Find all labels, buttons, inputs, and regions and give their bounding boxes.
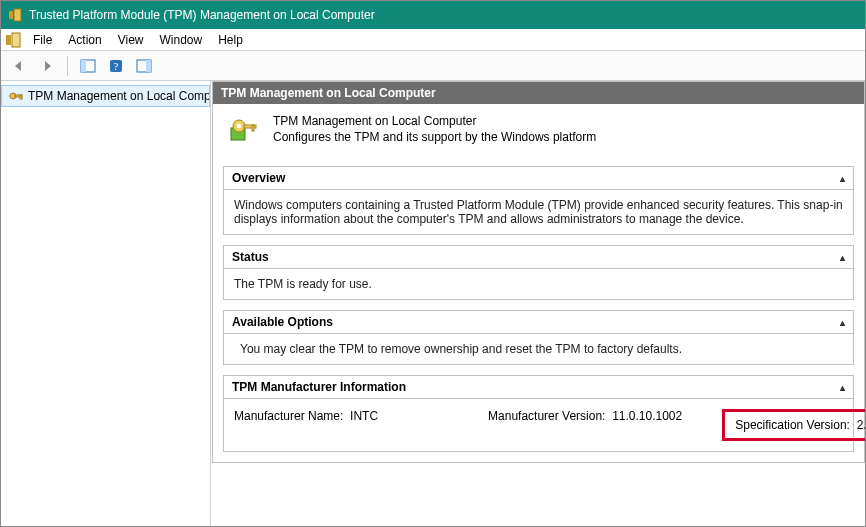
manufacturer-version: Manufacturer Version: 11.0.10.1002 bbox=[488, 409, 682, 441]
nav-forward-button[interactable] bbox=[35, 54, 59, 78]
tree-item-label: TPM Management on Local Compu bbox=[28, 89, 210, 103]
panel-status-title: Status bbox=[232, 250, 269, 264]
svg-rect-12 bbox=[20, 95, 22, 99]
intro-line2: Configures the TPM and its support by th… bbox=[273, 130, 596, 144]
specification-version: Specification Version: 2.0 bbox=[735, 418, 865, 432]
console-tree-pane: TPM Management on Local Compu bbox=[1, 81, 211, 526]
menu-help[interactable]: Help bbox=[210, 31, 251, 49]
toolbar: ? bbox=[1, 51, 865, 81]
workspace: TPM Management on Local Compu TPM Manage… bbox=[1, 81, 865, 526]
app-icon bbox=[7, 7, 23, 23]
panel-status-header[interactable]: Status ▴ bbox=[224, 246, 853, 269]
intro-line1: TPM Management on Local Computer bbox=[273, 114, 596, 128]
menu-action[interactable]: Action bbox=[60, 31, 109, 49]
panel-overview: Overview ▴ Windows computers containing … bbox=[223, 166, 854, 235]
svg-rect-2 bbox=[6, 35, 11, 45]
tree-item-tpm-management[interactable]: TPM Management on Local Compu bbox=[1, 85, 210, 107]
manufacturer-row: Manufacturer Name: INTC Manufacturer Ver… bbox=[224, 399, 853, 451]
svg-rect-9 bbox=[146, 60, 151, 72]
menu-window[interactable]: Window bbox=[152, 31, 211, 49]
menu-file[interactable]: File bbox=[25, 31, 60, 49]
svg-rect-3 bbox=[12, 33, 20, 47]
svg-rect-17 bbox=[252, 125, 254, 131]
content-title: TPM Management on Local Computer bbox=[213, 82, 864, 104]
panel-options: Available Options ▴ You may clear the TP… bbox=[223, 310, 854, 365]
svg-text:?: ? bbox=[114, 60, 119, 72]
panel-overview-header[interactable]: Overview ▴ bbox=[224, 167, 853, 190]
specification-version-label: Specification Version: bbox=[735, 418, 850, 432]
intro-block: TPM Management on Local Computer Configu… bbox=[213, 104, 864, 160]
window-title: Trusted Platform Module (TPM) Management… bbox=[29, 8, 375, 22]
show-hide-action-pane-button[interactable] bbox=[132, 54, 156, 78]
panel-manufacturer-title: TPM Manufacturer Information bbox=[232, 380, 406, 394]
menu-view[interactable]: View bbox=[110, 31, 152, 49]
console-icon bbox=[5, 32, 21, 48]
collapse-caret-icon: ▴ bbox=[840, 173, 845, 184]
manufacturer-name-label: Manufacturer Name: bbox=[234, 409, 343, 423]
svg-rect-0 bbox=[9, 11, 13, 19]
help-button[interactable]: ? bbox=[104, 54, 128, 78]
panel-manufacturer-header[interactable]: TPM Manufacturer Information ▴ bbox=[224, 376, 853, 399]
panel-overview-body: Windows computers containing a Trusted P… bbox=[224, 190, 853, 234]
panel-options-header[interactable]: Available Options ▴ bbox=[224, 311, 853, 334]
svg-rect-5 bbox=[81, 60, 86, 72]
panel-manufacturer: TPM Manufacturer Information ▴ Manufactu… bbox=[223, 375, 854, 452]
key-icon bbox=[8, 88, 24, 104]
panel-status-body: The TPM is ready for use. bbox=[224, 269, 853, 299]
collapse-caret-icon: ▴ bbox=[840, 382, 845, 393]
show-hide-tree-button[interactable] bbox=[76, 54, 100, 78]
menubar: File Action View Window Help bbox=[1, 29, 865, 51]
manufacturer-version-label: Manufacturer Version: bbox=[488, 409, 605, 423]
collapse-caret-icon: ▴ bbox=[840, 317, 845, 328]
key-chip-icon bbox=[227, 114, 259, 146]
specification-version-value: 2.0 bbox=[857, 418, 865, 432]
specification-version-highlight: Specification Version: 2.0 bbox=[722, 409, 865, 441]
manufacturer-version-value: 11.0.10.1002 bbox=[612, 409, 682, 423]
manufacturer-name: Manufacturer Name: INTC bbox=[234, 409, 378, 441]
manufacturer-name-value: INTC bbox=[350, 409, 378, 423]
toolbar-separator bbox=[67, 56, 68, 76]
window-titlebar: Trusted Platform Module (TPM) Management… bbox=[1, 1, 865, 29]
collapse-caret-icon: ▴ bbox=[840, 252, 845, 263]
panel-status: Status ▴ The TPM is ready for use. bbox=[223, 245, 854, 300]
content-pane: TPM Management on Local Computer TPM Man… bbox=[211, 81, 865, 526]
svg-rect-1 bbox=[14, 9, 21, 21]
svg-point-15 bbox=[237, 124, 242, 129]
panel-overview-title: Overview bbox=[232, 171, 285, 185]
nav-back-button[interactable] bbox=[7, 54, 31, 78]
panel-options-title: Available Options bbox=[232, 315, 333, 329]
intro-text: TPM Management on Local Computer Configu… bbox=[273, 114, 596, 144]
panel-options-body: You may clear the TPM to remove ownershi… bbox=[224, 334, 853, 364]
